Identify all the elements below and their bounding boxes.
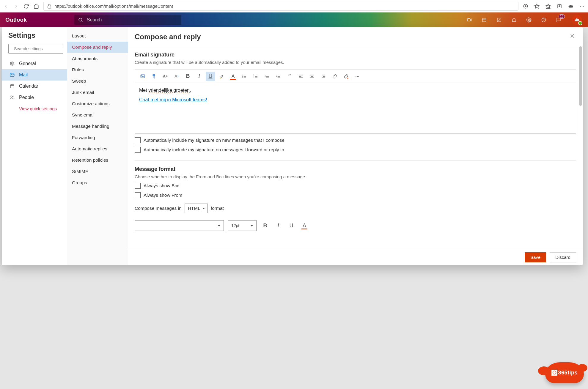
subnav-attachments[interactable]: Attachments	[67, 53, 128, 64]
format-desc: Choose whether to display the From and B…	[135, 174, 576, 179]
underline-icon[interactable]: U	[206, 72, 215, 81]
default-italic-icon[interactable]: I	[274, 221, 283, 230]
subnav-message-handling[interactable]: Message handling	[67, 121, 128, 132]
more-formatting-icon[interactable]	[353, 72, 362, 81]
subnav-junk-email[interactable]: Junk email	[67, 87, 128, 98]
url-text: https://outlook.office.com/mail/options/…	[54, 4, 173, 9]
svg-rect-27	[10, 85, 14, 88]
signature-line1: Met vriendelijke groeten,	[139, 88, 572, 93]
signature-textarea[interactable]: Met vriendelijke groeten, Chat met mij i…	[135, 83, 576, 133]
subnav-groups[interactable]: Groups	[67, 177, 128, 188]
settings-icon[interactable]	[526, 17, 532, 23]
subnav-sweep[interactable]: Sweep	[67, 75, 128, 87]
scrollbar-thumb[interactable]	[579, 46, 582, 106]
category-people[interactable]: People	[2, 92, 67, 103]
compose-prefix-label: Compose messages in	[135, 206, 182, 211]
global-search-input[interactable]	[86, 17, 178, 23]
todo-icon[interactable]	[496, 17, 502, 23]
save-button[interactable]: Save	[525, 252, 546, 262]
indent-icon[interactable]	[273, 72, 283, 81]
editor-toolbar: AA A^ B I U A 123 ”	[135, 70, 576, 83]
discard-button[interactable]: Discard	[550, 252, 576, 262]
checkbox-signature-new[interactable]: Automatically include my signature on ne…	[135, 137, 576, 143]
subnav-sync-email[interactable]: Sync email	[67, 109, 128, 121]
checkbox-icon[interactable]	[135, 137, 141, 143]
profile-cloud-icon[interactable]	[568, 3, 574, 9]
quote-icon[interactable]: ”	[285, 72, 294, 81]
activity-icon[interactable]: 16	[555, 17, 562, 23]
category-general[interactable]: General	[2, 58, 67, 69]
subnav-layout[interactable]: Layout	[67, 30, 128, 42]
subnav-forwarding[interactable]: Forwarding	[67, 132, 128, 143]
favorites-bar-icon[interactable]	[545, 3, 551, 9]
subnav-compose-reply[interactable]: Compose and reply	[67, 42, 128, 53]
checkbox-show-bcc[interactable]: Always show Bcc	[135, 183, 576, 189]
signature-teams-link[interactable]: Chat met mij in Microsoft teams!	[139, 97, 207, 102]
highlight-icon[interactable]	[217, 72, 227, 81]
font-size-select[interactable]: 12pt	[228, 220, 257, 231]
favorite-icon[interactable]	[534, 3, 540, 9]
align-left-icon[interactable]	[296, 72, 306, 81]
app-brand[interactable]: Outlook	[5, 17, 27, 23]
bullet-list-icon[interactable]	[240, 72, 249, 81]
scrollbar[interactable]	[579, 46, 582, 249]
align-right-icon[interactable]	[319, 72, 328, 81]
more-icon[interactable]	[579, 3, 585, 9]
checkbox-label: Automatically include my signature on me…	[144, 147, 284, 152]
remove-link-icon[interactable]	[341, 72, 351, 81]
activity-badge: 16	[559, 14, 565, 19]
add-tab-icon[interactable]	[523, 3, 529, 9]
bold-icon[interactable]: B	[183, 72, 193, 81]
collections-icon[interactable]	[556, 3, 562, 9]
svg-point-25	[12, 63, 13, 64]
settings-search[interactable]	[8, 44, 63, 54]
view-quick-settings-link[interactable]: View quick settings	[2, 103, 67, 111]
svg-point-22	[543, 21, 544, 21]
checkbox-label: Always show Bcc	[144, 183, 179, 188]
meet-now-icon[interactable]	[466, 17, 473, 23]
checkbox-icon[interactable]	[135, 192, 141, 198]
address-bar[interactable]: https://outlook.office.com/mail/options/…	[43, 2, 518, 11]
italic-icon[interactable]: I	[194, 72, 204, 81]
lock-icon	[47, 4, 52, 9]
subnav-automatic-replies[interactable]: Automatic replies	[67, 143, 128, 155]
insert-link-icon[interactable]	[330, 72, 339, 81]
help-icon[interactable]	[540, 17, 547, 23]
svg-rect-37	[220, 78, 221, 79]
checkbox-icon[interactable]	[135, 183, 141, 189]
global-search[interactable]	[74, 15, 181, 25]
insert-image-icon[interactable]	[138, 72, 147, 81]
search-icon	[78, 17, 83, 23]
font-color-icon[interactable]: A	[228, 72, 238, 81]
default-bold-icon[interactable]: B	[261, 221, 270, 230]
subnav-retention-policies[interactable]: Retention policies	[67, 155, 128, 166]
svg-point-12	[583, 6, 584, 6]
outdent-icon[interactable]	[262, 72, 272, 81]
default-underline-icon[interactable]: U	[287, 221, 296, 230]
default-font-color-icon[interactable]: A	[300, 221, 309, 230]
subnav-smime[interactable]: S/MIME	[67, 166, 128, 177]
format-painter-icon[interactable]	[149, 72, 159, 81]
font-icon[interactable]: AA	[161, 72, 170, 81]
subnav-rules[interactable]: Rules	[67, 64, 128, 75]
font-family-select[interactable]	[135, 220, 224, 231]
notifications-icon[interactable]	[511, 17, 517, 23]
close-button[interactable]	[568, 32, 576, 41]
font-size-icon[interactable]: A^	[172, 72, 181, 81]
checkbox-icon[interactable]	[135, 147, 141, 153]
number-list-icon[interactable]: 123	[251, 72, 260, 81]
avatar[interactable]	[572, 15, 582, 25]
settings-content: Compose and reply Email signature Create…	[128, 27, 583, 265]
settings-search-input[interactable]	[13, 46, 67, 51]
refresh-button[interactable]	[23, 3, 29, 9]
checkbox-signature-reply[interactable]: Automatically include my signature on me…	[135, 147, 576, 153]
checkbox-show-from[interactable]: Always show From	[135, 192, 576, 198]
subnav-customize-actions[interactable]: Customize actions	[67, 98, 128, 109]
my-day-icon[interactable]	[481, 17, 488, 23]
content-scroll[interactable]: Email signature Create a signature that …	[128, 46, 583, 249]
compose-format-select[interactable]: HTML	[185, 204, 208, 213]
category-mail[interactable]: Mail	[2, 69, 67, 81]
category-calendar[interactable]: Calendar	[2, 81, 67, 92]
align-center-icon[interactable]	[307, 72, 317, 81]
home-button[interactable]	[33, 3, 39, 9]
